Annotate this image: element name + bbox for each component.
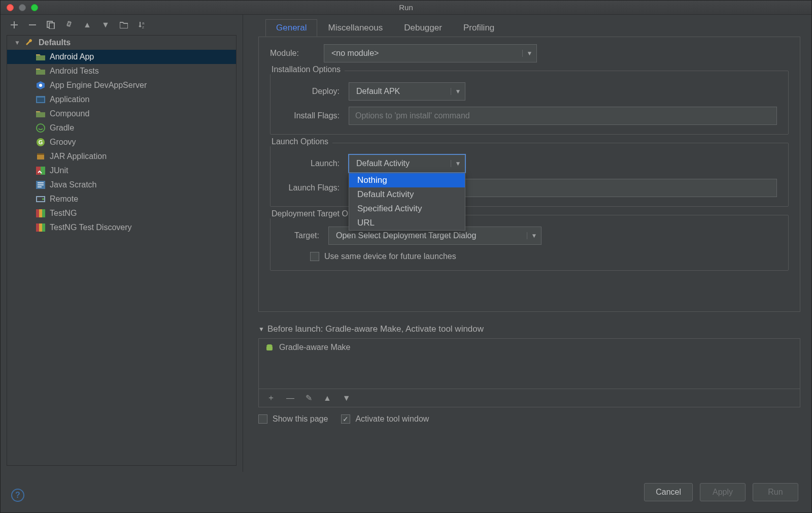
expand-arrow-icon[interactable]: ▼ (14, 39, 20, 46)
tree-item[interactable]: Java Scratch (7, 178, 236, 192)
svg-rect-10 (37, 98, 44, 102)
settings-icon[interactable] (64, 20, 74, 29)
svg-rect-24 (42, 209, 45, 217)
appengine-icon (36, 81, 46, 90)
close-window-button[interactable] (7, 4, 14, 11)
module-value: <no module> (324, 49, 522, 58)
before-launch-title: Before launch: Gradle-aware Make, Activa… (267, 324, 484, 334)
tree-item-label: Remote (50, 195, 78, 204)
before-launch-item[interactable]: Gradle-aware Make (259, 339, 800, 356)
tree-item[interactable]: TestNG (7, 206, 236, 220)
launch-options-group: Launch Options Launch: Default Activity … (270, 143, 789, 207)
tab-general[interactable]: General (265, 19, 317, 37)
folder-icon[interactable] (119, 20, 128, 29)
junit-icon (36, 166, 46, 175)
move-down-icon[interactable]: ▼ (101, 20, 110, 29)
chevron-down-icon: ▼ (451, 160, 465, 167)
add-icon[interactable] (10, 20, 19, 29)
svg-point-8 (39, 84, 42, 87)
svg-rect-2 (49, 23, 54, 29)
tree-defaults-node[interactable]: ▼ Defaults (7, 36, 236, 50)
tree-item[interactable]: App Engine DevAppServer (7, 78, 236, 92)
window-controls (7, 4, 38, 11)
tree-item-label: TestNG Test Discovery (50, 223, 132, 232)
edit-icon[interactable]: ✎ (306, 393, 312, 403)
testng-icon (36, 223, 46, 232)
tree-item[interactable]: Gradle (7, 121, 236, 135)
before-launch-header[interactable]: ▼ Before launch: Gradle-aware Make, Acti… (258, 324, 800, 334)
target-label: Target: (282, 231, 322, 240)
deploy-combo[interactable]: Default APK ▼ (349, 82, 465, 101)
minimize-window-button[interactable] (19, 4, 26, 11)
svg-point-21 (42, 198, 44, 200)
tree-item-label: TestNG (50, 209, 77, 218)
apply-button[interactable]: Apply (700, 483, 746, 501)
tree-item[interactable]: GGroovy (7, 135, 236, 149)
launch-label: Launch: (282, 159, 343, 168)
svg-rect-17 (36, 167, 41, 175)
folder-green-icon (36, 109, 46, 118)
before-launch-item-label: Gradle-aware Make (279, 343, 351, 352)
cancel-button[interactable]: Cancel (644, 483, 693, 501)
move-up-icon[interactable]: ▲ (323, 394, 331, 403)
right-pane: GeneralMiscellaneousDebuggerProfiling Mo… (243, 15, 811, 472)
android-icon (265, 343, 274, 352)
tree-item[interactable]: JAR Application (7, 149, 236, 164)
launch-combo[interactable]: Default Activity ▼ (349, 154, 465, 173)
svg-text:z: z (142, 25, 144, 29)
svg-rect-28 (266, 346, 273, 350)
move-up-icon[interactable]: ▲ (83, 20, 92, 29)
launch-value: Default Activity (349, 159, 451, 168)
tree-item[interactable]: Application (7, 92, 236, 107)
activate-tool-window-checkbox[interactable] (341, 414, 350, 424)
move-down-icon[interactable]: ▼ (343, 394, 351, 403)
tab-profiling[interactable]: Profiling (453, 19, 505, 37)
launch-option[interactable]: Nothing (349, 173, 465, 187)
module-row: Module: <no module> ▼ (270, 44, 789, 62)
show-this-page-checkbox[interactable] (258, 414, 267, 424)
tab-debugger[interactable]: Debugger (393, 19, 453, 37)
svg-point-12 (37, 124, 45, 132)
wrench-icon (24, 38, 35, 47)
application-icon (36, 95, 46, 104)
zoom-window-button[interactable] (31, 4, 38, 11)
help-button[interactable]: ? (11, 489, 24, 502)
before-launch-list[interactable]: Gradle-aware Make (258, 338, 800, 389)
dialog-buttons: Cancel Apply Run (1, 472, 811, 512)
add-icon[interactable]: ＋ (267, 393, 275, 403)
bottom-options: Show this page Activate tool window (258, 414, 800, 424)
config-tree[interactable]: ▼ Defaults Android AppAndroid TestsApp E… (7, 35, 236, 466)
chevron-down-icon: ▼ (527, 232, 541, 239)
window-title: Run (1, 3, 811, 12)
install-flags-input[interactable] (349, 107, 777, 125)
svg-rect-11 (36, 112, 45, 117)
groovy-icon: G (36, 138, 46, 147)
launch-option[interactable]: Specified Activity (349, 202, 465, 216)
run-button[interactable]: Run (753, 483, 798, 501)
tree-item[interactable]: Android App (7, 50, 236, 64)
tree-item[interactable]: Remote (7, 192, 236, 206)
remove-icon[interactable]: — (286, 394, 294, 403)
collapse-arrow-icon[interactable]: ▼ (258, 326, 264, 333)
sort-icon[interactable]: az (138, 20, 147, 29)
copy-icon[interactable] (46, 20, 55, 29)
installation-options-group: Installation Options Deploy: Default APK… (270, 71, 789, 135)
remove-icon[interactable] (28, 20, 37, 29)
svg-rect-0 (29, 24, 36, 25)
tree-item[interactable]: TestNG Test Discovery (7, 220, 236, 235)
svg-rect-23 (39, 209, 42, 217)
jar-icon (36, 152, 46, 161)
tree-item-label: Android App (50, 52, 94, 61)
scratch-icon (36, 180, 46, 189)
svg-rect-27 (42, 223, 45, 232)
tree-item[interactable]: Android Tests (7, 64, 236, 78)
tab-bar: GeneralMiscellaneousDebuggerProfiling (265, 19, 800, 37)
launch-dropdown-popup[interactable]: NothingDefault ActivitySpecified Activit… (349, 173, 465, 231)
module-combo[interactable]: <no module> ▼ (324, 44, 537, 62)
launch-option[interactable]: Default Activity (349, 187, 465, 202)
launch-option[interactable]: URL (349, 216, 465, 230)
same-device-checkbox[interactable] (310, 252, 319, 261)
tree-item[interactable]: JUnit (7, 164, 236, 178)
tab-miscellaneous[interactable]: Miscellaneous (317, 19, 393, 37)
tree-item[interactable]: Compound (7, 107, 236, 121)
